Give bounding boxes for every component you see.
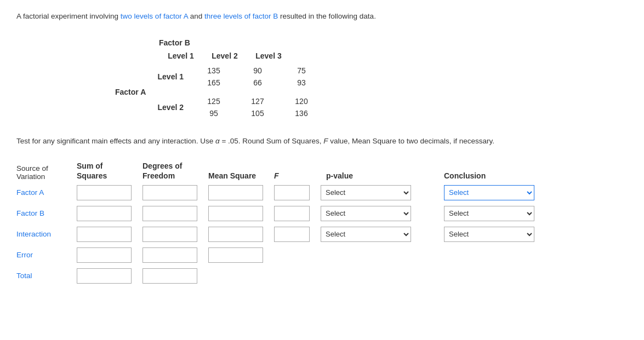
conclusion-select-interaction[interactable]: Select <box>444 227 534 242</box>
sum-input-factor-a[interactable] <box>77 185 132 200</box>
table-row-factor-b: Factor B Select Select <box>16 206 628 221</box>
anova-table: Source of Variation Sum of Squares Degre… <box>16 161 628 284</box>
sum-input-total[interactable] <box>77 268 132 284</box>
source-header-line1: Source of <box>16 164 77 172</box>
l2r2c2: 105 <box>236 107 280 119</box>
deg-header-line2: Freedom <box>143 171 208 181</box>
level3-header: Level 3 <box>247 50 290 62</box>
sum-header-line1: Sum of <box>77 161 143 171</box>
mean-header: Mean Square <box>208 171 256 180</box>
source-factor-a: Factor A <box>16 188 44 197</box>
l1r1c3: 75 <box>280 65 323 77</box>
source-error: Error <box>16 251 33 259</box>
sum-header-line2: Squares <box>77 171 143 181</box>
intro-text-middle: and <box>188 12 204 20</box>
col-header-conclusion: Conclusion <box>438 171 548 181</box>
col-header-deg: Degrees of Freedom <box>143 161 208 181</box>
l1r1c2: 90 <box>236 65 280 77</box>
f-input-factor-b[interactable] <box>274 206 310 221</box>
table-row-error: Error <box>16 247 628 263</box>
col-header-mean: Mean Square <box>208 171 274 181</box>
col-header-source: Source of Variation <box>16 164 77 181</box>
instruction-paragraph: Test for any significant main effects an… <box>16 136 628 147</box>
table-row-factor-a: Factor A Select Select <box>16 185 628 200</box>
conclusion-select-factor-b[interactable]: Select <box>444 206 534 221</box>
pvalue-select-factor-b[interactable]: Select <box>321 206 411 221</box>
col-header-pvalue: p-value <box>318 171 438 181</box>
intro-text-before: A factorial experiment involving <box>16 12 121 20</box>
sum-input-interaction[interactable] <box>77 227 132 242</box>
data-table: Factor B Level 1 Level 2 Level 3 Factor … <box>38 38 628 119</box>
deg-input-factor-b[interactable] <box>143 206 197 221</box>
sum-input-factor-b[interactable] <box>77 206 132 221</box>
highlight-two-levels: two levels of factor A <box>121 12 188 20</box>
col-header-sum: Sum of Squares <box>77 161 143 181</box>
alpha-symbol: α <box>215 137 220 145</box>
l2r1c2: 127 <box>236 95 280 107</box>
l1r2c3: 93 <box>280 77 323 89</box>
factor-a-label: Factor A <box>115 88 146 96</box>
l1r2c2: 66 <box>236 77 280 89</box>
inst-text1: Test for any significant main effects an… <box>16 137 215 145</box>
inst-text4: value, Mean Square to two decimals, if n… <box>328 137 494 145</box>
intro-text-after: resulted in the following data. <box>278 12 376 20</box>
deg-input-factor-a[interactable] <box>143 185 197 200</box>
intro-paragraph: A factorial experiment involving two lev… <box>16 11 628 22</box>
conclusion-select-factor-a[interactable]: Select <box>444 185 534 200</box>
deg-header-line1: Degrees of <box>143 161 208 171</box>
level1-header: Level 1 <box>159 50 203 62</box>
sum-input-error[interactable] <box>77 247 132 263</box>
f-input-interaction[interactable] <box>274 227 310 242</box>
mean-input-factor-a[interactable] <box>208 185 263 200</box>
mean-input-factor-b[interactable] <box>208 206 263 221</box>
level2-label: Level 2 <box>153 103 192 112</box>
pvalue-header: p-value <box>326 171 353 180</box>
anova-header: Source of Variation Sum of Squares Degre… <box>16 161 628 181</box>
mean-input-interaction[interactable] <box>208 227 263 242</box>
factor-b-header: Factor B <box>159 38 190 47</box>
conclusion-header: Conclusion <box>444 171 486 180</box>
l2r1c3: 120 <box>280 95 323 107</box>
deg-input-total[interactable] <box>143 268 197 284</box>
level1-label: Level 1 <box>153 72 192 81</box>
source-total: Total <box>16 272 32 280</box>
l2r2c3: 136 <box>280 107 323 119</box>
deg-input-error[interactable] <box>143 247 197 263</box>
l2r2c1: 95 <box>192 107 236 119</box>
l1r1c1: 135 <box>192 65 236 77</box>
highlight-three-levels: three levels of factor B <box>204 12 278 20</box>
source-header-line2: Variation <box>16 172 77 181</box>
source-interaction: Interaction <box>16 230 51 238</box>
col-header-f: F <box>274 171 318 181</box>
table-row-interaction: Interaction Select Select <box>16 227 628 242</box>
l1r2c1: 165 <box>192 77 236 89</box>
mean-input-error[interactable] <box>208 247 263 263</box>
pvalue-select-factor-a[interactable]: Select <box>321 185 411 200</box>
table-row-total: Total <box>16 268 628 284</box>
pvalue-select-interaction[interactable]: Select <box>321 227 411 242</box>
deg-input-interaction[interactable] <box>143 227 197 242</box>
l2r1c1: 125 <box>192 95 236 107</box>
f-input-factor-a[interactable] <box>274 185 310 200</box>
f-header: F <box>274 171 279 180</box>
source-factor-b: Factor B <box>16 209 44 217</box>
inst-text2: = .05. Round Sum of Squares, <box>220 137 324 145</box>
level2-header: Level 2 <box>203 50 247 62</box>
